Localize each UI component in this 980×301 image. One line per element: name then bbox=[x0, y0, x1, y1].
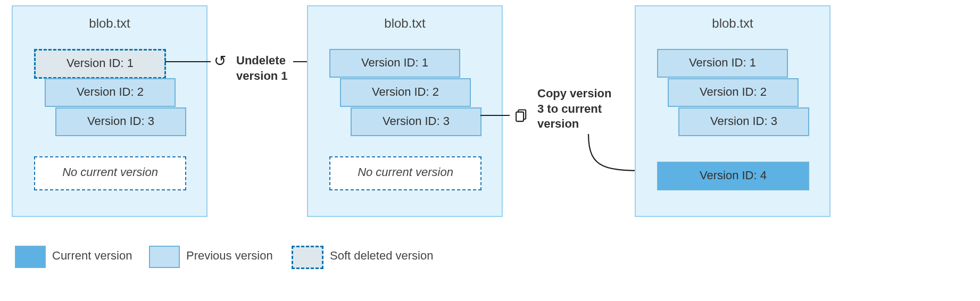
panel-3-version-2: Version ID: 2 bbox=[668, 78, 799, 107]
legend-label-current: Current version bbox=[52, 249, 132, 263]
panel-3: blob.txt Version ID: 1 Version ID: 2 Ver… bbox=[635, 5, 830, 217]
legend-label-soft-deleted: Soft deleted version bbox=[330, 249, 433, 263]
panel-3-version-1: Version ID: 1 bbox=[657, 49, 788, 78]
panel-3-version-4-current: Version ID: 4 bbox=[657, 162, 809, 190]
panel-3-version-3: Version ID: 3 bbox=[678, 107, 809, 136]
legend-swatch-current bbox=[15, 246, 46, 268]
panel-3-title: blob.txt bbox=[636, 16, 829, 31]
diagram-root: { "panel1": { "title": "blob.txt", "vers… bbox=[0, 0, 980, 301]
arrow-copy-to-v4 bbox=[0, 0, 980, 301]
legend-swatch-previous bbox=[149, 246, 180, 268]
legend-label-previous: Previous version bbox=[186, 249, 273, 263]
legend-swatch-soft-deleted bbox=[292, 246, 323, 269]
